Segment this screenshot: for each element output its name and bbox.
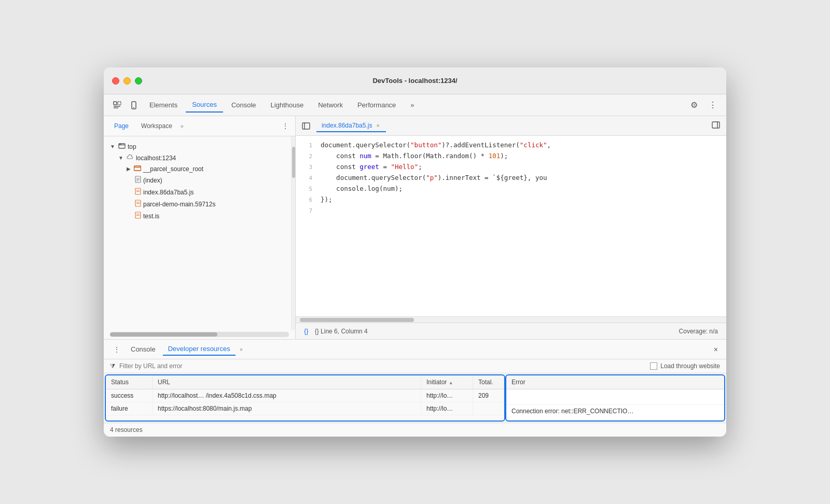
filter-icon: ⧩ <box>110 362 115 370</box>
bottom-tab-console[interactable]: Console <box>126 343 161 355</box>
tab-elements[interactable]: Elements <box>143 98 184 112</box>
td-url-1: http://localhost… /index.4a508c1d.css.ma… <box>153 389 421 402</box>
code-line-4: 4 document.querySelector("p").innerText … <box>296 173 726 184</box>
error-td-2: Connection error: net::ERR_CONNECTIO… <box>506 405 724 420</box>
tab-performance[interactable]: Performance <box>351 98 402 112</box>
code-area[interactable]: 1 document.querySelector("button")?.addE… <box>296 136 726 316</box>
tree-item-index[interactable]: (index) <box>104 174 291 186</box>
status-position: {} Line 6, Column 4 <box>315 328 368 335</box>
bottom-panel-close[interactable]: × <box>712 343 720 356</box>
tree-item-index-js[interactable]: index.86da7ba5.js <box>104 186 291 198</box>
mobile-icon[interactable] <box>127 98 141 113</box>
resources-table-container: Status URL Initiator ▲ Total. success ht… <box>104 373 726 423</box>
code-text-3: const greet = "Hello"; <box>321 162 422 172</box>
devtools-window: DevTools - localhost:1234/ Elements Sour… <box>104 67 726 437</box>
line-number-4: 4 <box>296 173 312 184</box>
panel-menu-icon[interactable]: ⋮ <box>282 122 289 130</box>
main-tab-bar: Elements Sources Console Lighthouse Netw… <box>104 94 726 116</box>
js-file-icon2 <box>135 200 141 208</box>
td-initiator-1: http://lo… <box>421 389 473 402</box>
svg-rect-23 <box>712 122 720 128</box>
doc-icon <box>135 176 141 185</box>
tree-item-top[interactable]: ▼ top <box>104 141 291 152</box>
th-total[interactable]: Total. <box>473 375 504 389</box>
tree-label-index-js: index.86da7ba5.js <box>143 189 193 196</box>
editor-tab-bar: index.86da7ba5.js × <box>296 116 726 136</box>
code-line-1: 1 document.querySelector("button")?.addE… <box>296 140 726 151</box>
folder-icon <box>118 142 126 151</box>
code-text-4: document.querySelector("p").innerText = … <box>321 173 547 183</box>
inspect-icon[interactable] <box>110 98 125 113</box>
tree-item-parcel-main[interactable]: parcel-demo-main.59712s <box>104 198 291 210</box>
tab-page[interactable]: Page <box>110 120 133 132</box>
status-bar-left: {} {} Line 6, Column 4 <box>304 327 368 335</box>
error-th: Error <box>506 375 724 389</box>
th-initiator[interactable]: Initiator ▲ <box>421 375 473 389</box>
tree-label-parcel: __parcel_source_root <box>143 165 203 173</box>
resources-table: Status URL Initiator ▲ Total. success ht… <box>106 375 504 421</box>
bottom-more-icon[interactable]: ⋮ <box>110 344 123 355</box>
tab-more[interactable]: » <box>404 98 420 112</box>
error-row-2: Connection error: net::ERR_CONNECTIO… <box>506 405 724 421</box>
error-header-row: Error <box>506 375 724 389</box>
td-total-1: 209 <box>473 389 504 402</box>
editor-tab-active[interactable]: index.86da7ba5.js × <box>316 120 386 132</box>
error-row-1 <box>506 389 724 405</box>
folder-orange-icon <box>134 165 141 173</box>
tab-lighthouse[interactable]: Lighthouse <box>265 98 310 112</box>
editor-status-bar: {} {} Line 6, Column 4 Coverage: n/a <box>296 323 726 339</box>
editor-tab-label: index.86da7ba5.js <box>322 122 372 129</box>
bottom-tab-close-dev[interactable]: × <box>240 346 243 353</box>
bottom-status: 4 resources <box>104 423 726 437</box>
code-text-5: console.log(num); <box>321 184 403 194</box>
coverage-label: Coverage: n/a <box>679 328 718 335</box>
tab-workspace[interactable]: Workspace <box>137 120 176 132</box>
line-number-5: 5 <box>296 184 312 194</box>
file-tree: ▼ top ▼ localhost:1234 <box>104 136 291 330</box>
code-text-6: }); <box>321 194 333 205</box>
tab-console[interactable]: Console <box>225 98 262 112</box>
line-number-3: 3 <box>296 162 312 173</box>
left-panel-scrollbar[interactable] <box>291 136 295 330</box>
tree-item-localhost[interactable]: ▼ localhost:1234 <box>104 152 291 163</box>
format-icon[interactable]: {} <box>304 327 309 335</box>
tree-label-test: test.is <box>143 213 159 220</box>
tree-item-test[interactable]: test.is <box>104 210 291 222</box>
svg-rect-21 <box>302 123 310 129</box>
bottom-tab-dev-resources[interactable]: Developer resources <box>163 343 236 356</box>
minimize-button[interactable] <box>123 77 131 85</box>
main-content: Page Workspace » ⋮ ▼ top <box>104 116 726 339</box>
table-row-1[interactable]: success http://localhost… /index.4a508c1… <box>106 389 504 402</box>
editor-right-toggle[interactable] <box>710 119 722 133</box>
editor-sidebar-toggle[interactable] <box>300 120 312 132</box>
panel-tabs-more[interactable]: » <box>181 123 184 129</box>
tree-label-localhost: localhost:1234 <box>136 155 176 162</box>
tab-network[interactable]: Network <box>312 98 349 112</box>
left-panel-header: Page Workspace » ⋮ <box>104 116 295 136</box>
load-label[interactable]: Load through website <box>660 362 720 370</box>
bottom-panel: ⋮ Console Developer resources × × ⧩ Load… <box>104 339 726 437</box>
tab-sources[interactable]: Sources <box>186 97 223 113</box>
td-status-2: failure <box>106 402 153 415</box>
load-checkbox[interactable] <box>650 362 657 370</box>
tree-arrow-localhost: ▼ <box>118 155 123 161</box>
filter-input[interactable] <box>119 362 646 370</box>
tree-label-parcel-main: parcel-demo-main.59712s <box>143 201 215 208</box>
th-url[interactable]: URL <box>153 375 421 389</box>
maximize-button[interactable] <box>135 77 142 85</box>
cloud-icon <box>127 154 134 162</box>
settings-icon[interactable]: ⚙ <box>687 98 701 113</box>
th-status[interactable]: Status <box>106 375 153 389</box>
code-hscroll[interactable] <box>296 316 726 323</box>
left-panel-hscroll[interactable] <box>110 332 289 337</box>
editor-tab-close[interactable]: × <box>375 122 380 129</box>
line-number-7: 7 <box>296 205 312 216</box>
close-button[interactable] <box>112 77 119 85</box>
js-file-icon3 <box>135 212 141 220</box>
table-row-2[interactable]: failure https://localhost:8080/main.js.m… <box>106 402 504 415</box>
tree-item-parcel-root[interactable]: ▶ __parcel_source_root <box>104 163 291 174</box>
status-bar-right: Coverage: n/a <box>679 328 718 335</box>
more-options-icon[interactable]: ⋮ <box>706 98 720 113</box>
tree-label-top: top <box>128 143 136 150</box>
title-bar: DevTools - localhost:1234/ <box>104 67 726 94</box>
